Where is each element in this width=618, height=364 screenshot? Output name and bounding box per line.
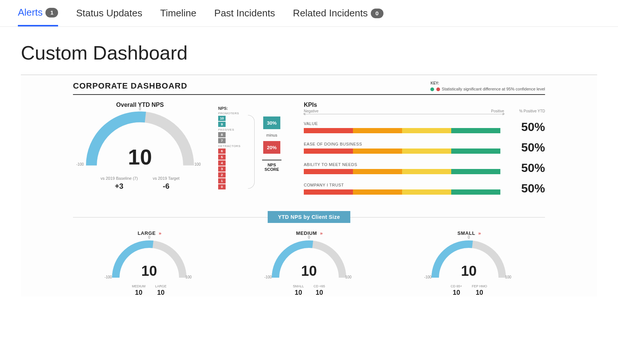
- sub-value: 10: [155, 289, 167, 297]
- gauge-zero: 0: [139, 107, 141, 111]
- seg-orange: [353, 128, 402, 133]
- client-gauge: 0 -100 100 10: [272, 239, 346, 279]
- promoters-label: PROMOTERS: [218, 112, 240, 115]
- gauge-score: 10: [112, 263, 187, 279]
- gauge-zero: 0: [308, 235, 310, 239]
- key-legend: KEY: Statistically significant differenc…: [430, 81, 545, 91]
- nps-chip: 10: [218, 116, 226, 121]
- client-sub: MEDIUM10 LARGE10: [73, 284, 225, 297]
- sub-value: 10: [293, 289, 304, 297]
- tab-label: Status Updates: [76, 7, 142, 19]
- nps-chip: 4: [218, 160, 226, 166]
- seg-yellow: [402, 169, 451, 174]
- nps-chip: 5: [218, 154, 226, 160]
- promoters-pct-box: 30%: [263, 116, 280, 129]
- gauge-min: -100: [76, 162, 84, 166]
- tab-label: Timeline: [160, 7, 196, 19]
- nps-chip: 6: [218, 149, 226, 154]
- gauge-zero: 0: [468, 235, 470, 239]
- page-content: Custom Dashboard CORPORATE DASHBOARD KEY…: [0, 27, 618, 312]
- seg-teal: [451, 189, 500, 195]
- kpis-axis: Negative Positive % Positive YTD: [304, 110, 545, 116]
- seg-yellow: [402, 128, 451, 133]
- tabs-bar: Alerts 1 Status Updates Timeline Past In…: [0, 0, 618, 27]
- client-col-small: SMALL » 0 -100 100 10 CD 65+10 FEP HMO10: [393, 230, 545, 297]
- chevron-right-icon: »: [320, 230, 322, 236]
- seg-yellow: [402, 189, 451, 195]
- seg-red: [304, 189, 353, 195]
- kpi-bar: [304, 189, 500, 195]
- tab-badge: 0: [371, 9, 383, 18]
- kpis-panel: KPIs Negative Positive % Positive YTD VA…: [304, 102, 545, 202]
- tab-timeline[interactable]: Timeline: [160, 7, 196, 26]
- client-size-grid: LARGE » 0 -100 100 10 MEDIUM10 LARGE10: [73, 230, 545, 297]
- nps-chip: 2: [218, 172, 226, 178]
- nps-chip: 1: [218, 178, 226, 183]
- seg-red: [304, 149, 353, 154]
- passives-label: PASSIVES: [218, 128, 240, 131]
- kpi-bar: [304, 149, 500, 154]
- gauge-score: 10: [272, 263, 346, 279]
- sub-label: FEP HMO: [472, 284, 487, 288]
- overall-gauge: 0 -100 100 10: [86, 111, 194, 166]
- score-word: SCORE: [262, 167, 281, 172]
- sub-value: +3: [101, 182, 138, 191]
- seg-teal: [451, 149, 500, 154]
- nps-calc: 30% minus 20% NPS SCORE: [262, 106, 281, 172]
- sub-value: 10: [472, 289, 487, 297]
- key-label: KEY:: [430, 81, 545, 85]
- pct-head: % Positive YTD: [508, 109, 545, 113]
- kpi-bar: [304, 169, 500, 174]
- corporate-title: CORPORATE DASHBOARD: [73, 81, 187, 91]
- gauge-score: 10: [86, 144, 194, 169]
- bracket-icon: [248, 115, 255, 189]
- kpi-pct: 50%: [504, 141, 545, 154]
- tab-alerts[interactable]: Alerts 1: [18, 7, 58, 26]
- top-grid: Overall YTD NPS 0 -100 100 10 vs 2019 Ba…: [73, 102, 545, 202]
- seg-orange: [353, 189, 402, 195]
- nps-word: NPS: [262, 163, 281, 167]
- client-title-text: SMALL: [458, 230, 475, 236]
- tab-past-incidents[interactable]: Past Incidents: [214, 7, 275, 26]
- kpi-row: VALUE 50%: [304, 120, 545, 134]
- gauge-max: 100: [194, 162, 201, 166]
- kpi-name: COMPANY I TRUST: [304, 183, 500, 187]
- gauge-min: -100: [424, 275, 431, 279]
- sub-label: CD 65+: [451, 284, 462, 288]
- tab-status-updates[interactable]: Status Updates: [76, 7, 142, 26]
- sub-value: -6: [153, 182, 179, 191]
- axis-positive: Positive: [490, 109, 504, 113]
- nps-legend-panel: NPS: PROMOTERS 10 9 PASSIVES 8 7 DETRACT…: [218, 102, 293, 190]
- dashboard-image-area: CORPORATE DASHBOARD KEY: Statistically s…: [21, 74, 597, 297]
- tab-label: Past Incidents: [214, 7, 275, 19]
- client-sub: CD 65+10 FEP HMO10: [393, 284, 545, 297]
- seg-orange: [353, 169, 402, 174]
- client-title-text: LARGE: [138, 230, 156, 236]
- kpi-row: COMPANY I TRUST 50%: [304, 182, 545, 195]
- seg-red: [304, 169, 353, 174]
- axis-line-icon: [304, 114, 504, 114]
- chevron-right-icon: »: [478, 230, 480, 236]
- kpi-name: EASE OF DOING BUSINESS: [304, 142, 500, 146]
- gauge-min: -100: [105, 275, 112, 279]
- nps-chip: 7: [218, 138, 226, 143]
- seg-red: [304, 128, 353, 133]
- sub-col-baseline: vs 2019 Baseline (7) +3: [101, 176, 138, 191]
- seg-yellow: [402, 149, 451, 154]
- sub-value: 10: [313, 289, 325, 297]
- nps-chip: 9: [218, 122, 226, 127]
- sub-value: 10: [451, 289, 462, 297]
- chevron-right-icon: »: [159, 230, 160, 236]
- kpi-row: ABILITY TO MEET NEEDS 50%: [304, 161, 545, 175]
- seg-orange: [353, 149, 402, 154]
- band-divider: YTD NPS by Client Size: [73, 211, 545, 223]
- kpi-bar: [304, 128, 500, 133]
- kpi-row: EASE OF DOING BUSINESS 50%: [304, 141, 545, 154]
- nps-score-label: NPS SCORE: [262, 160, 281, 172]
- client-col-large: LARGE » 0 -100 100 10 MEDIUM10 LARGE10: [73, 230, 225, 297]
- tab-related-incidents[interactable]: Related Incidents 0: [293, 7, 383, 26]
- sub-label: vs 2019 Baseline (7): [101, 176, 138, 181]
- tab-label: Related Incidents: [293, 7, 368, 19]
- nps-heading: NPS:: [218, 106, 240, 111]
- nps-stack: NPS: PROMOTERS 10 9 PASSIVES 8 7 DETRACT…: [218, 106, 240, 190]
